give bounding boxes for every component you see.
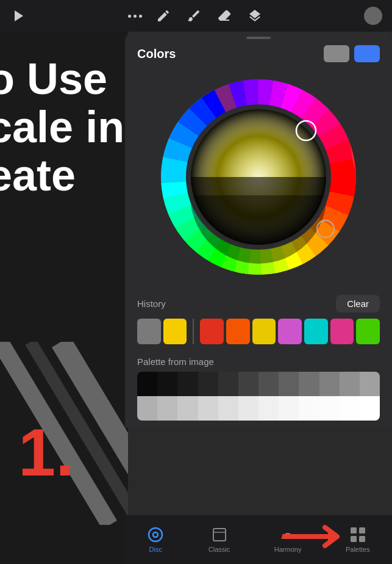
toolbar xyxy=(0,0,392,32)
history-colors xyxy=(137,319,380,344)
red-arrow-annotation xyxy=(282,521,355,552)
palette-row-light xyxy=(137,396,380,421)
history-header: History Clear xyxy=(137,295,380,313)
svg-rect-23 xyxy=(359,536,365,542)
canvas-number: 1. xyxy=(18,413,74,491)
toolbar-center xyxy=(128,7,264,25)
tab-classic-label: Classic xyxy=(208,546,230,553)
tab-classic[interactable]: Classic xyxy=(208,526,230,553)
pencil-tool-icon[interactable] xyxy=(154,7,173,25)
history-swatch-orange[interactable] xyxy=(226,319,250,344)
palette-section: Palette from image xyxy=(125,352,392,428)
history-swatch-purple[interactable] xyxy=(278,319,302,344)
brush-tool-icon[interactable] xyxy=(185,7,203,25)
canvas-text: o Use cale in eate xyxy=(0,55,124,200)
canvas-area: o Use cale in eate 1. xyxy=(0,0,128,564)
toolbar-left xyxy=(10,7,28,25)
svg-rect-21 xyxy=(359,527,365,533)
history-label: History xyxy=(137,298,166,309)
history-swatch-gray[interactable] xyxy=(137,319,161,344)
history-section: History Clear xyxy=(125,290,392,352)
palette-row-dark xyxy=(137,372,380,396)
color-wheel[interactable] xyxy=(155,73,362,281)
history-swatch-cyan[interactable] xyxy=(304,319,328,344)
panel-title: Colors xyxy=(137,47,176,61)
svg-point-17 xyxy=(153,532,158,537)
classic-icon xyxy=(211,526,228,543)
history-swatch-red[interactable] xyxy=(200,319,224,344)
more-options-icon[interactable] xyxy=(128,15,142,18)
user-avatar[interactable] xyxy=(364,7,382,25)
disc-icon xyxy=(147,526,164,543)
history-swatch-green[interactable] xyxy=(356,319,380,344)
arrow-tool-icon[interactable] xyxy=(10,7,28,25)
toolbar-right xyxy=(364,7,382,25)
history-separator xyxy=(193,319,194,344)
background-swatch[interactable] xyxy=(354,45,380,62)
tab-disc-label: Disc xyxy=(149,546,162,553)
palette-label: Palette from image xyxy=(137,356,380,367)
palette-image-strip xyxy=(137,372,380,421)
wheel-container[interactable] xyxy=(125,67,392,290)
header-swatches xyxy=(324,45,380,62)
clear-button[interactable]: Clear xyxy=(336,295,380,313)
history-swatch-gold[interactable] xyxy=(252,319,276,344)
history-swatch-yellow[interactable] xyxy=(163,319,187,344)
color-panel: Colors xyxy=(125,32,392,428)
svg-rect-18 xyxy=(213,529,226,541)
panel-header: Colors xyxy=(125,39,392,67)
history-swatch-pink[interactable] xyxy=(330,319,354,344)
layers-tool-icon[interactable] xyxy=(246,7,264,25)
tab-disc[interactable]: Disc xyxy=(147,526,164,553)
color-wheel-svg[interactable] xyxy=(155,73,362,281)
foreground-swatch[interactable] xyxy=(324,45,349,62)
eraser-tool-icon[interactable] xyxy=(215,7,233,25)
svg-point-16 xyxy=(149,528,162,541)
